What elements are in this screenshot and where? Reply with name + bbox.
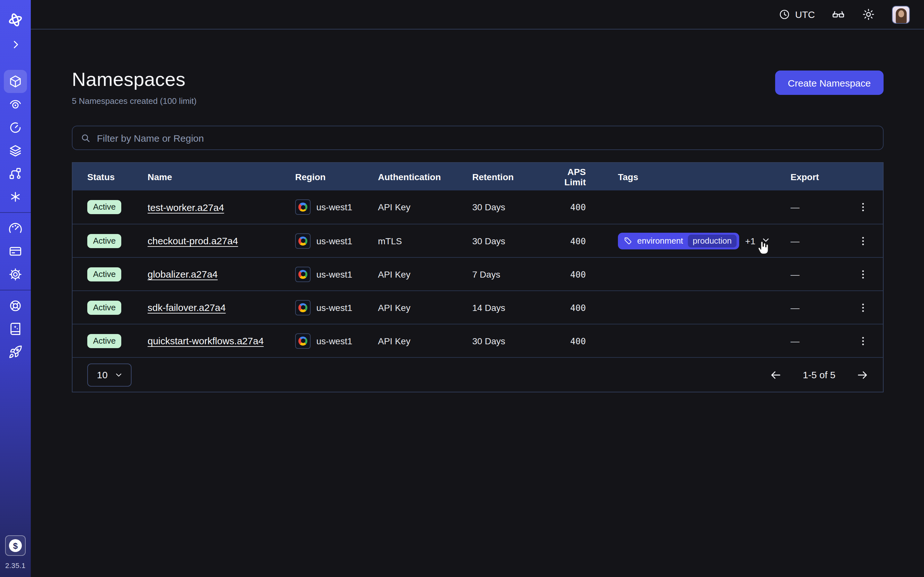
- row-menu-button[interactable]: [854, 265, 872, 283]
- sidebar: $ 2.35.1: [0, 0, 31, 577]
- kebab-icon: [857, 335, 869, 347]
- kebab-icon: [857, 235, 869, 247]
- column-header-name: Name: [148, 171, 295, 182]
- life-ring-icon: [8, 299, 23, 313]
- page-header: Namespaces 5 Namespaces created (100 lim…: [72, 68, 884, 106]
- column-header-aps-limit: APS Limit: [546, 166, 592, 187]
- aps-limit-value: 400: [546, 202, 592, 212]
- aps-limit-value: 400: [546, 335, 592, 346]
- export-value: —: [790, 202, 843, 212]
- sidebar-item-deployments[interactable]: [4, 162, 27, 185]
- column-header-authentication: Authentication: [378, 171, 472, 182]
- tag-key: environment: [637, 236, 683, 245]
- row-menu-button[interactable]: [854, 298, 872, 316]
- kebab-icon: [857, 201, 869, 213]
- namespace-link[interactable]: quickstart-workflows.a27a4: [148, 335, 264, 346]
- sidebar-item-docs[interactable]: [4, 318, 27, 340]
- sidebar-item-support[interactable]: [4, 294, 27, 318]
- sidebar-item-schedules[interactable]: [4, 116, 27, 139]
- retention-value: 30 Days: [472, 202, 546, 212]
- region-label: us-west1: [317, 302, 352, 313]
- row-menu-button[interactable]: [854, 332, 872, 350]
- page-size-select[interactable]: 10: [87, 363, 131, 386]
- timer-icon: [8, 121, 23, 135]
- region-label: us-west1: [317, 202, 352, 212]
- status-badge: Active: [87, 200, 121, 214]
- rocket-icon: [8, 345, 23, 359]
- branch-icon: [8, 167, 23, 181]
- aps-limit-value: 400: [546, 269, 592, 279]
- timezone-selector[interactable]: UTC: [779, 8, 815, 21]
- column-header-retention: Retention: [472, 171, 546, 182]
- retention-value: 30 Days: [472, 335, 546, 346]
- topbar: UTC: [31, 0, 924, 29]
- search-icon: [80, 132, 91, 143]
- sun-icon: [862, 8, 875, 21]
- table-row: Active globalizer.a27a4 us-west1 API Key…: [73, 257, 883, 290]
- export-value: —: [790, 235, 843, 246]
- gcp-cloud-icon: [295, 199, 310, 215]
- gear-icon: [8, 268, 23, 282]
- row-menu-button[interactable]: [854, 232, 872, 250]
- page-title: Namespaces: [72, 68, 197, 91]
- create-namespace-button[interactable]: Create Namespace: [775, 71, 884, 95]
- table-row: Active sdk-failover.a27a4 us-west1 API K…: [73, 290, 883, 324]
- app-version: 2.35.1: [5, 562, 26, 569]
- namespace-link[interactable]: globalizer.a27a4: [148, 269, 218, 279]
- sidebar-divider: [0, 212, 31, 213]
- table-row: Active test-worker.a27a4 us-west1 API Ke…: [73, 190, 883, 224]
- namespace-link[interactable]: test-worker.a27a4: [148, 201, 224, 213]
- sidebar-item-batch[interactable]: [4, 139, 27, 162]
- aps-limit-value: 400: [546, 235, 592, 246]
- retention-value: 14 Days: [472, 302, 546, 313]
- sidebar-item-monitoring[interactable]: [4, 93, 27, 116]
- sidebar-item-getting-started[interactable]: [4, 340, 27, 364]
- row-menu-button[interactable]: [854, 198, 872, 216]
- tags-expand-button[interactable]: [761, 235, 771, 247]
- tags-cell: environment production +1: [592, 232, 790, 249]
- sidebar-item-namespaces[interactable]: [4, 70, 27, 93]
- column-header-status: Status: [73, 171, 148, 182]
- sidebar-item-billing[interactable]: [4, 240, 27, 263]
- status-badge: Active: [87, 334, 121, 348]
- filter-input[interactable]: [97, 132, 875, 143]
- sidebar-divider: [0, 290, 31, 290]
- tag-pill[interactable]: environment production: [618, 232, 740, 249]
- chevron-down-icon: [114, 370, 123, 379]
- page-size-value: 10: [97, 369, 107, 380]
- sidebar-item-nexus[interactable]: [4, 185, 27, 208]
- pager: 1-5 of 5: [769, 368, 869, 381]
- sidebar-expand-button[interactable]: [4, 33, 27, 56]
- column-header-tags: Tags: [592, 171, 790, 182]
- table-row: Active quickstart-workflows.a27a4 us-wes…: [73, 324, 883, 357]
- status-badge: Active: [87, 234, 121, 248]
- gcp-cloud-icon: [295, 233, 310, 248]
- temporal-logo-icon[interactable]: [4, 8, 27, 31]
- export-value: —: [790, 302, 843, 313]
- dollar-seal-icon: $: [9, 539, 22, 552]
- region-label: us-west1: [317, 335, 352, 346]
- table-header-row: Status Name Region Authentication Retent…: [73, 163, 883, 190]
- kebab-icon: [857, 301, 869, 313]
- gcp-cloud-icon: [295, 266, 310, 282]
- previous-page-button[interactable]: [769, 368, 782, 381]
- region-label: us-west1: [317, 269, 352, 279]
- labs-toggle[interactable]: [832, 8, 845, 21]
- namespace-link[interactable]: checkout-prod.a27a4: [148, 235, 238, 246]
- user-avatar[interactable]: [892, 5, 910, 23]
- column-header-region: Region: [295, 171, 378, 182]
- namespace-link[interactable]: sdk-failover.a27a4: [148, 302, 226, 313]
- kebab-icon: [857, 268, 869, 280]
- credits-button[interactable]: $: [5, 535, 26, 556]
- tags-more-count: +1: [745, 235, 756, 246]
- aps-limit-value: 400: [546, 302, 592, 313]
- export-value: —: [790, 269, 843, 279]
- sidebar-item-settings[interactable]: [4, 263, 27, 286]
- page-subtitle: 5 Namespaces created (100 limit): [72, 96, 197, 106]
- sidebar-item-usage[interactable]: [4, 217, 27, 240]
- status-badge: Active: [87, 300, 121, 314]
- gauge-icon: [8, 221, 23, 235]
- theme-toggle[interactable]: [862, 8, 875, 21]
- cube-icon: [8, 74, 23, 89]
- next-page-button[interactable]: [856, 368, 869, 381]
